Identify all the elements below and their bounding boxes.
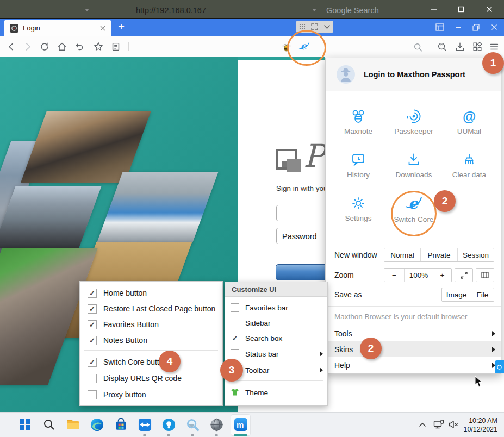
clock-time: 10:20 AM bbox=[463, 416, 497, 425]
lightbulb-app-button[interactable] bbox=[161, 417, 176, 432]
microsoft-store-icon bbox=[114, 418, 128, 432]
refresh-button[interactable] bbox=[39, 41, 51, 53]
forward-button[interactable] bbox=[22, 41, 34, 53]
volume-tray-button[interactable] bbox=[447, 417, 460, 432]
start-button[interactable] bbox=[17, 417, 33, 432]
menu-item-theme[interactable]: Theme bbox=[225, 385, 327, 400]
context-menu-separator bbox=[84, 350, 218, 351]
taskbar-search-button[interactable] bbox=[41, 417, 57, 432]
checkbox-search-box[interactable] bbox=[231, 334, 239, 342]
zoom-out-button[interactable]: − bbox=[384, 269, 404, 282]
menu-item-restore-last-closed[interactable]: Restore Last Closed Page button bbox=[80, 301, 222, 316]
new-window-private-button[interactable]: Private bbox=[420, 248, 457, 261]
maxthon-active-indicator bbox=[234, 434, 247, 436]
passkeeper-icon[interactable] bbox=[436, 41, 448, 53]
sidebar-float-button[interactable] bbox=[495, 360, 504, 373]
split-screen-icon bbox=[481, 272, 489, 278]
file-explorer-button[interactable] bbox=[65, 417, 80, 432]
apps-icon[interactable] bbox=[471, 41, 483, 53]
annotation-badge-2: 2 bbox=[434, 190, 456, 212]
maxthon-button[interactable]: m bbox=[233, 417, 248, 432]
main-menu-button[interactable] bbox=[488, 41, 500, 53]
notes-button[interactable] bbox=[110, 41, 122, 53]
tab-list-chevron-icon[interactable] bbox=[323, 24, 331, 29]
back-button[interactable] bbox=[5, 41, 17, 53]
menu-item-sidebar[interactable]: Sidebar bbox=[225, 315, 327, 330]
tab-close-icon[interactable] bbox=[100, 26, 105, 31]
taskbar-clock[interactable]: 10:20 AM 10/12/2021 bbox=[463, 416, 497, 434]
checkbox-status-bar[interactable] bbox=[231, 349, 239, 358]
checkbox-sidebar[interactable] bbox=[231, 319, 239, 327]
checkbox-home-button[interactable] bbox=[88, 289, 97, 298]
core-dropdown-caret[interactable] bbox=[312, 9, 316, 11]
running-indicator bbox=[191, 434, 194, 436]
menu-item-status-bar[interactable]: Status bar bbox=[225, 346, 327, 361]
fullscreen-icon bbox=[461, 272, 468, 279]
search-box[interactable]: Google Search bbox=[326, 6, 379, 15]
menu-item-settings[interactable]: Settings bbox=[329, 195, 388, 222]
menu-item-history[interactable]: History bbox=[329, 152, 388, 179]
checkbox-favorites-button[interactable] bbox=[88, 320, 97, 329]
browser-minimize-button[interactable] bbox=[451, 21, 465, 33]
new-window-session-button[interactable]: Session bbox=[457, 248, 494, 261]
menu-item-switch-core-button[interactable]: Switch Core button bbox=[80, 354, 222, 370]
split-screen-button[interactable] bbox=[476, 268, 494, 282]
search-icon[interactable] bbox=[412, 41, 424, 53]
window-close-button[interactable] bbox=[481, 4, 497, 14]
checkbox-proxy-button[interactable] bbox=[88, 390, 97, 399]
checkbox-notes-button[interactable] bbox=[88, 336, 97, 345]
microsoft-store-button[interactable] bbox=[113, 417, 128, 432]
browser-close-button[interactable] bbox=[487, 21, 501, 33]
menu-item-favorites-bar[interactable]: Favorites bar bbox=[225, 300, 327, 315]
checkbox-favorites-bar[interactable] bbox=[231, 303, 239, 312]
tray-expand-button[interactable] bbox=[416, 417, 428, 432]
save-image-button[interactable]: Image bbox=[442, 288, 471, 301]
tab-login[interactable]: Login bbox=[4, 20, 111, 36]
menu-item-clear-data[interactable]: Clear data bbox=[440, 152, 499, 179]
menu-item-search-box[interactable]: Search box bbox=[225, 330, 327, 346]
zoom-in-button[interactable]: + bbox=[433, 269, 451, 282]
address-bar[interactable]: http://192.168.0.167 bbox=[136, 6, 206, 15]
menu-item-favorites-button[interactable]: Favorites Button bbox=[80, 317, 222, 332]
network-tray-button[interactable] bbox=[432, 417, 445, 432]
expand-tabs-icon[interactable] bbox=[311, 23, 318, 30]
menu-item-display-urls-qr[interactable]: Display URLs QR code bbox=[80, 371, 222, 386]
checkbox-switch-core-button[interactable] bbox=[88, 358, 97, 367]
undo-dropdown-caret[interactable] bbox=[85, 9, 89, 11]
menu-item-maxnote[interactable]: Maxnote bbox=[329, 108, 388, 135]
menu-item-proxy-button[interactable]: Proxy button bbox=[80, 387, 222, 402]
new-tab-button[interactable]: + bbox=[112, 19, 130, 35]
menu-divider-2 bbox=[326, 306, 501, 307]
menu-item-notes-button[interactable]: Notes Button bbox=[80, 333, 222, 348]
menu-item-home-button[interactable]: Home button bbox=[80, 285, 222, 301]
globe-app-button[interactable] bbox=[209, 417, 224, 432]
lightbulb-app-icon bbox=[162, 418, 176, 432]
window-maximize-button[interactable] bbox=[453, 4, 469, 14]
save-file-button[interactable]: File bbox=[471, 288, 494, 301]
new-window-normal-button[interactable]: Normal bbox=[384, 248, 420, 261]
favorites-button[interactable] bbox=[92, 41, 104, 53]
menu-item-help[interactable]: Help bbox=[326, 357, 501, 373]
tab-grid-icon[interactable] bbox=[299, 23, 306, 30]
sidebar-toggle-icon[interactable] bbox=[433, 21, 447, 33]
undo-button[interactable] bbox=[73, 41, 85, 53]
edge-button[interactable] bbox=[89, 417, 104, 432]
downloads-icon[interactable] bbox=[454, 41, 466, 53]
passport-login-link[interactable]: Login to Maxthon Passport bbox=[364, 70, 465, 79]
browser-restore-button[interactable] bbox=[469, 21, 483, 33]
menu-item-skins[interactable]: Skins bbox=[326, 341, 501, 357]
menu-item-tools[interactable]: Tools bbox=[326, 326, 501, 341]
menu-item-passkeeper[interactable]: Passkeeper bbox=[384, 108, 443, 135]
checkbox-display-urls-qr[interactable] bbox=[88, 374, 97, 383]
home-button[interactable] bbox=[56, 41, 68, 53]
teamviewer-button[interactable] bbox=[137, 417, 152, 432]
svg-text:@: @ bbox=[463, 109, 476, 124]
window-minimize-button[interactable] bbox=[426, 4, 442, 14]
checkbox-restore-last-closed[interactable] bbox=[88, 304, 97, 314]
menu-item-uumail[interactable]: @ UUMail bbox=[440, 108, 499, 135]
fullscreen-button[interactable] bbox=[455, 268, 473, 282]
magnifier-app-button[interactable] bbox=[185, 417, 200, 432]
chevron-up-icon bbox=[419, 422, 426, 427]
menu-item-downloads[interactable]: Downloads bbox=[384, 152, 443, 179]
avatar[interactable] bbox=[337, 65, 355, 84]
